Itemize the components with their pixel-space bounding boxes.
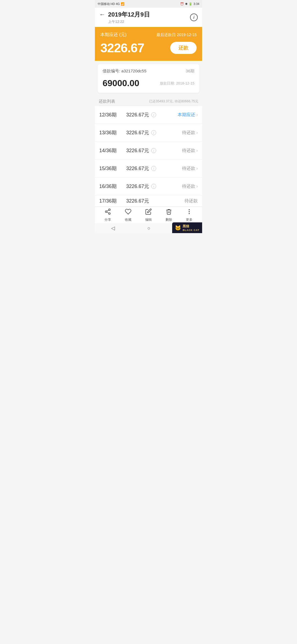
repay-item-left-3: 15/36期 3226.67元 i [99, 165, 156, 172]
loan-number: 借款编号: a321720dc55 [103, 69, 146, 74]
banner-amount: 3226.67 [100, 40, 144, 55]
repay-period-2: 14/36期 [99, 147, 124, 154]
page-subtitle: 上午12:22 [108, 19, 150, 24]
repay-item[interactable]: 12/36期 3226.67元 i 本期应还 › [95, 106, 202, 124]
info-circle-2[interactable]: i [151, 148, 156, 153]
repay-list-title: 还款列表 [99, 99, 115, 104]
chevron-right-icon-3: › [196, 166, 198, 171]
bottom-nav: 分享 收藏 编辑 [95, 207, 202, 223]
partial-repay-item[interactable]: 17/36期 3226.67元 待还款 [95, 195, 202, 207]
alarm-icon: ⏰ [180, 2, 184, 6]
banner-bottom: 3226.67 还款 [100, 40, 197, 55]
status-right: ⏰ ✱ 🔋 3:34 [180, 2, 199, 6]
partial-period: 17/36期 [99, 198, 124, 204]
clock-label: 3:34 [194, 2, 199, 6]
status-bar: 中国移动 HD 4G 📶 ⏰ ✱ 🔋 3:34 [95, 0, 202, 8]
nav-delete-label: 删除 [166, 217, 172, 222]
info-circle-4[interactable]: i [151, 184, 156, 189]
repay-item-left-4: 16/36期 3226.67元 i [99, 183, 156, 190]
info-button[interactable]: i [190, 13, 198, 21]
nav-share[interactable]: 分享 [100, 208, 116, 222]
loan-info-card: 借款编号: a321720dc55 36期 69000.00 放款日期: 201… [98, 64, 199, 93]
loan-top: 借款编号: a321720dc55 36期 [103, 69, 194, 74]
cat-icon: 🐱 [175, 225, 181, 231]
trash-icon [166, 208, 172, 217]
home-circle-button[interactable]: ○ [147, 225, 150, 231]
repay-list-summary: 已还35493.37元, 待还80666.75元 [149, 99, 198, 104]
repay-period-0: 12/36期 [99, 111, 124, 118]
repay-item-right-4: 待还款 › [182, 184, 198, 189]
nav-share-label: 分享 [105, 217, 111, 222]
banner-due: 最后还款日 2019-12-15 [156, 32, 197, 37]
partial-item-left: 17/36期 3226.67元 [99, 198, 149, 204]
svg-point-2 [109, 213, 110, 214]
repay-item-right-1: 待还款 › [182, 130, 198, 136]
signal-label: 4G [116, 2, 120, 6]
loan-principal: 69000.00 [103, 78, 139, 88]
back-triangle-button[interactable]: ◁ [111, 225, 115, 231]
loan-period: 36期 [186, 69, 194, 74]
more-icon [186, 208, 193, 217]
back-button[interactable]: ← [99, 11, 105, 18]
status-left: 中国移动 HD 4G 📶 [98, 2, 125, 6]
heart-icon [125, 208, 131, 217]
svg-line-4 [107, 210, 109, 211]
repay-item-left-1: 13/36期 3226.67元 i [99, 129, 156, 136]
svg-line-3 [107, 212, 109, 213]
black-cat-sublabel: BLACK CAT [183, 229, 199, 231]
edit-icon [145, 208, 152, 217]
nav-edit[interactable]: 编辑 [140, 208, 157, 222]
svg-point-1 [105, 211, 107, 212]
header-title-block: 2019年12月9日 上午12:22 [108, 10, 150, 24]
repay-item[interactable]: 15/36期 3226.67元 i 待还款 › [95, 160, 202, 178]
info-icon: i [193, 15, 194, 20]
banner-label: 本期应还 (元) [100, 32, 127, 38]
repay-item-right-0: 本期应还 › [178, 112, 198, 118]
repay-amount-4: 3226.67元 [126, 183, 149, 190]
repay-item-left-0: 12/36期 3226.67元 i [99, 111, 156, 118]
page-header: ← 2019年12月9日 上午12:22 i [95, 8, 202, 27]
partial-amount: 3226.67元 [126, 198, 149, 204]
nav-more-label: 更多 [186, 217, 193, 222]
nav-favorite[interactable]: 收藏 [120, 208, 136, 222]
chevron-right-icon-2: › [196, 148, 198, 153]
repay-status-4: 待还款 [182, 184, 195, 189]
carrier-label: 中国移动 [98, 2, 110, 6]
repay-item[interactable]: 14/36期 3226.67元 i 待还款 › [95, 142, 202, 160]
black-cat-badge: 🐱 黑猫 BLACK CAT [172, 222, 202, 233]
battery-icon: 🔋 [189, 2, 193, 6]
chevron-right-icon-4: › [196, 184, 198, 189]
share-icon [105, 208, 111, 217]
nav-delete[interactable]: 删除 [161, 208, 177, 222]
header-left: ← 2019年12月9日 上午12:22 [99, 10, 150, 24]
svg-point-7 [189, 213, 190, 214]
page-title: 2019年12月9日 [108, 10, 150, 19]
repay-amount-2: 3226.67元 [126, 147, 149, 154]
repay-item[interactable]: 16/36期 3226.67元 i 待还款 › [95, 178, 202, 195]
loan-disburse-date: 放款日期: 2018-12-15 [160, 81, 194, 86]
svg-point-6 [189, 211, 190, 212]
info-circle-0[interactable]: i [151, 112, 156, 117]
partial-status: 待还款 [185, 198, 198, 204]
chevron-right-icon-0: › [196, 112, 198, 117]
repay-status-0: 本期应还 [178, 112, 195, 118]
repay-period-4: 16/36期 [99, 183, 124, 190]
repay-item[interactable]: 13/36期 3226.67元 i 待还款 › [95, 124, 202, 142]
hd-badge: HD [111, 2, 115, 6]
repay-status-1: 待还款 [182, 130, 195, 136]
info-circle-3[interactable]: i [151, 166, 156, 171]
repay-amount-3: 3226.67元 [126, 165, 149, 172]
repay-item-right-3: 待还款 › [182, 166, 198, 171]
info-circle-1[interactable]: i [151, 130, 156, 135]
bluetooth-icon: ✱ [185, 2, 188, 6]
repay-amount-0: 3226.67元 [126, 111, 149, 118]
repay-list: 12/36期 3226.67元 i 本期应还 › 13/36期 3226.67元… [95, 106, 202, 195]
repay-list-header: 还款列表 已还35493.37元, 待还80666.75元 [95, 96, 202, 106]
payment-banner: 本期应还 (元) 最后还款日 2019-12-15 3226.67 还款 [95, 27, 202, 61]
repay-item-left-2: 14/36期 3226.67元 i [99, 147, 156, 154]
repay-button[interactable]: 还款 [170, 42, 197, 54]
nav-more[interactable]: 更多 [181, 208, 197, 222]
chevron-right-icon-1: › [196, 130, 198, 135]
partial-item-right: 待还款 [185, 198, 198, 204]
repay-status-3: 待还款 [182, 166, 195, 171]
